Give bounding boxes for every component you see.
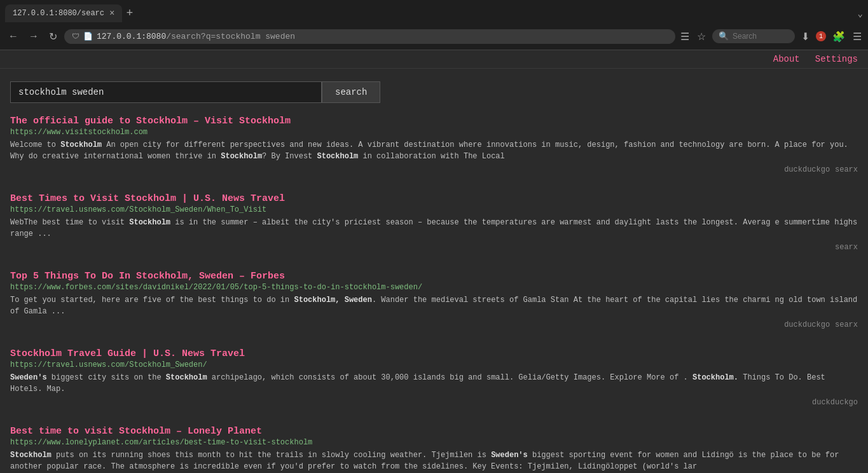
result-item: Stockholm Travel Guide | U.S. News Trave…: [10, 348, 858, 407]
result-item: The official guide to Stockholm – Visit …: [10, 116, 858, 174]
result-title[interactable]: Top 5 Things To Do In Stockholm, Sweden …: [10, 271, 858, 282]
browser-search-bar[interactable]: 🔍: [712, 29, 795, 43]
result-title[interactable]: Best time to visit Stockholm – Lonely Pl…: [10, 426, 858, 437]
result-url: https://www.visitstockholm.com: [10, 128, 858, 137]
forward-button[interactable]: →: [25, 29, 42, 43]
result-url: https://www.lonelyplanet.com/articles/be…: [10, 438, 858, 447]
search-input[interactable]: [10, 81, 322, 103]
extension-badge: 1: [816, 31, 826, 41]
tab-bar: 127.0.0.1:8080/searc × + ⌄: [0, 0, 868, 23]
result-url: https://www.forbes.com/sites/davidnikel/…: [10, 283, 858, 292]
result-title[interactable]: Stockholm Travel Guide | U.S. News Trave…: [10, 348, 858, 359]
result-sources: duckduckgo searx: [10, 165, 858, 174]
tab-title: 127.0.0.1:8080/searc: [13, 9, 104, 18]
result-snippet: Stockholm puts on its running shoes this…: [10, 449, 858, 472]
browser-search-input[interactable]: [733, 32, 783, 41]
download-button[interactable]: ⬇: [800, 29, 811, 44]
back-button[interactable]: ←: [5, 29, 22, 43]
result-snippet: Welcome to Stockholm An open city for di…: [10, 139, 858, 162]
source-searx: searx: [835, 320, 858, 329]
settings-link[interactable]: Settings: [815, 54, 858, 64]
source-duckduckgo: duckduckgo: [784, 320, 830, 329]
result-url: https://travel.usnews.com/Stockholm_Swed…: [10, 360, 858, 369]
source-duckduckgo: duckduckgo: [784, 165, 830, 174]
address-bar-row: ← → ↻ 🛡 📄 127.0.0.1:8080/search?q=stockh…: [0, 23, 868, 50]
result-sources: duckduckgo: [10, 397, 858, 407]
page-icon: 📄: [83, 32, 93, 41]
bookmark-button[interactable]: ☆: [696, 29, 707, 44]
result-title[interactable]: Best Times to Visit Stockholm | U.S. New…: [10, 193, 858, 204]
url-host: 127.0.0.1:8080: [97, 32, 166, 41]
about-link[interactable]: About: [773, 54, 800, 64]
shield-icon: 🛡: [72, 32, 79, 41]
tab-end-icon[interactable]: ⌄: [858, 8, 863, 19]
result-item: Best Times to Visit Stockholm | U.S. New…: [10, 193, 858, 252]
tab-close-icon[interactable]: ×: [109, 8, 114, 18]
result-item: Top 5 Things To Do In Stockholm, Sweden …: [10, 271, 858, 329]
result-snippet: Sweden's biggest city sits on the Stockh…: [10, 372, 858, 395]
browser-chrome: 127.0.0.1:8080/searc × + ⌄ ← → ↻ 🛡 📄 127…: [0, 0, 868, 50]
result-snippet: WebThe best time to visit Stockholm is i…: [10, 217, 858, 240]
result-snippet: To get you started, here are five of the…: [10, 294, 858, 317]
app-nav: About Settings: [0, 50, 868, 69]
result-item: Best time to visit Stockholm – Lonely Pl…: [10, 426, 858, 472]
reader-view-button[interactable]: ☰: [679, 29, 691, 44]
url-display[interactable]: 127.0.0.1:8080/search?q=stockholm sweden: [97, 32, 668, 41]
result-sources: duckduckgo searx: [10, 320, 858, 329]
reload-button[interactable]: ↻: [46, 29, 60, 44]
search-area: search: [0, 69, 868, 116]
menu-button[interactable]: ☰: [851, 29, 863, 44]
url-path: /search?q=stockholm sweden: [166, 32, 295, 41]
search-icon: 🔍: [719, 31, 729, 41]
source-duckduckgo: duckduckgo: [812, 398, 858, 407]
extensions-button[interactable]: 🧩: [831, 29, 846, 44]
new-tab-button[interactable]: +: [126, 8, 133, 19]
source-searx: searx: [835, 243, 858, 252]
address-bar[interactable]: 🛡 📄 127.0.0.1:8080/search?q=stockholm sw…: [64, 29, 675, 44]
results-container: The official guide to Stockholm – Visit …: [0, 116, 868, 472]
result-sources: searx: [10, 242, 858, 252]
toolbar-icons: ☰ ☆ 🔍 ⬇ 1 🧩 ☰: [679, 29, 863, 44]
source-searx: searx: [835, 165, 858, 174]
active-tab[interactable]: 127.0.0.1:8080/searc ×: [5, 4, 122, 22]
search-button[interactable]: search: [322, 81, 380, 103]
result-title[interactable]: The official guide to Stockholm – Visit …: [10, 116, 858, 127]
result-url: https://travel.usnews.com/Stockholm_Swed…: [10, 205, 858, 214]
